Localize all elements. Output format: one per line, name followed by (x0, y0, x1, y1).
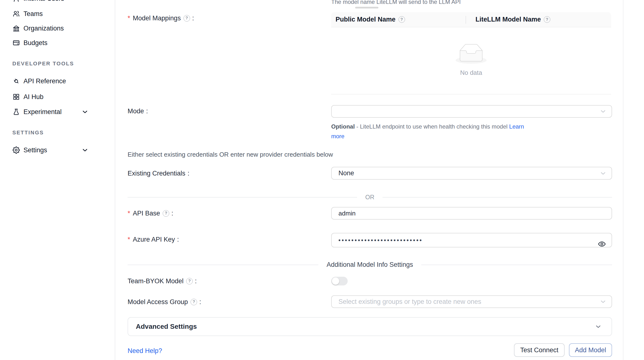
help-icon[interactable]: ? (398, 16, 405, 23)
sidebar-item-label: Organizations (24, 25, 64, 32)
add-model-button[interactable]: Add Model (569, 343, 612, 357)
empty-box-icon (456, 44, 487, 64)
sidebar-section-settings: SETTINGS (12, 130, 44, 136)
chevron-down-icon (600, 170, 607, 177)
test-connect-button[interactable]: Test Connect (514, 343, 564, 357)
sidebar-item-label: Experimental (24, 108, 62, 116)
help-icon[interactable]: ? (163, 210, 169, 217)
sidebar-item-organizations[interactable]: Organizations (0, 22, 115, 34)
grid-icon (12, 93, 20, 100)
help-icon[interactable]: ? (190, 299, 197, 305)
or-divider: OR (128, 194, 612, 201)
toggle-knob (332, 278, 339, 285)
bank-icon (12, 25, 20, 32)
plug-icon (12, 78, 20, 85)
mode-select[interactable] (331, 105, 612, 118)
sidebar-item-ai-hub[interactable]: AI Hub (0, 91, 115, 103)
sidebar-item-teams[interactable]: Teams (0, 8, 115, 20)
existing-credentials-select[interactable]: None (331, 167, 612, 180)
model-access-group-select[interactable]: Select existing groups or type to create… (331, 295, 612, 308)
model-mappings-table: Public Model Name ? LiteLLM Model Name ? (331, 12, 611, 94)
sidebar-item-experimental[interactable]: Experimental (0, 106, 115, 118)
gear-icon (12, 146, 20, 154)
help-icon[interactable]: ? (544, 16, 550, 23)
column-header-public-model-name: Public Model Name ? (331, 12, 471, 27)
cropped-element-pill (355, 7, 378, 8)
users-icon (12, 10, 20, 18)
credentials-note: Either select existing credentials OR en… (128, 150, 333, 158)
required-asterisk: * (128, 14, 130, 22)
team-byok-toggle[interactable] (331, 277, 348, 286)
model-access-group-label: Model Access Group ? : (128, 298, 201, 306)
model-name-helper-text: The model name LiteLLM will send to the … (331, 0, 461, 6)
chevron-down-icon (594, 323, 602, 330)
flask-icon (12, 108, 20, 116)
azure-api-key-label: * Azure API Key : (128, 235, 179, 244)
sidebar-item-budgets[interactable]: Budgets (0, 37, 115, 49)
advanced-settings-title: Advanced Settings (136, 323, 197, 330)
additional-settings-divider-text: Additional Model Info Settings (326, 261, 413, 268)
column-divider (466, 16, 466, 24)
need-help-link[interactable]: Need Help? (128, 347, 162, 355)
help-icon[interactable]: ? (184, 15, 190, 22)
sidebar-item-label: Internal Users (24, 0, 64, 2)
no-data-text: No data (331, 69, 611, 76)
help-icon[interactable]: ? (186, 278, 193, 284)
add-model-form: The model name LiteLLM will send to the … (115, 0, 624, 360)
table-header-row: Public Model Name ? LiteLLM Model Name ? (331, 12, 611, 27)
select-placeholder: Select existing groups or type to create… (338, 298, 481, 306)
chevron-down-icon (81, 108, 88, 116)
mode-helper-text: Optional - LiteLLM endpoint to use when … (331, 122, 532, 141)
chevron-down-icon (600, 108, 607, 115)
sidebar-item-label: AI Hub (24, 93, 44, 101)
user-icon (12, 0, 20, 2)
or-divider-text: OR (365, 194, 374, 201)
existing-credentials-label: Existing Credentials : (128, 169, 189, 178)
chevron-down-icon (81, 146, 88, 154)
sidebar-item-label: API Reference (24, 78, 66, 85)
credit-card-icon (12, 39, 20, 46)
team-byok-label: Team-BYOK Model ? : (128, 277, 197, 286)
sidebar-item-api-reference[interactable]: API Reference (0, 75, 115, 87)
mode-label: Mode : (128, 107, 148, 116)
sidebar-item-label: Teams (24, 10, 43, 18)
sidebar-section-developer-tools: DEVELOPER TOOLS (12, 60, 74, 67)
table-empty-body: No data (331, 27, 611, 94)
column-header-litellm-model-name: LiteLLM Model Name ? (471, 12, 611, 27)
sidebar: Internal Users Teams Organizations Budge… (0, 0, 115, 360)
required-asterisk: * (128, 235, 130, 244)
advanced-settings-panel[interactable]: Advanced Settings (128, 317, 612, 336)
sidebar-item-label: Settings (24, 146, 47, 154)
model-mappings-label: * Model Mappings ? : (128, 14, 194, 22)
required-asterisk: * (128, 209, 130, 218)
additional-settings-divider: Additional Model Info Settings (128, 261, 612, 268)
api-base-input[interactable] (331, 207, 612, 220)
eye-icon[interactable] (598, 240, 606, 248)
api-base-label: * API Base ? : (128, 209, 173, 218)
sidebar-item-internal-users[interactable]: Internal Users (0, 0, 115, 4)
sidebar-item-label: Budgets (24, 39, 48, 47)
azure-api-key-input[interactable] (331, 233, 612, 248)
sidebar-item-settings[interactable]: Settings (0, 144, 115, 156)
chevron-down-icon (600, 298, 607, 305)
